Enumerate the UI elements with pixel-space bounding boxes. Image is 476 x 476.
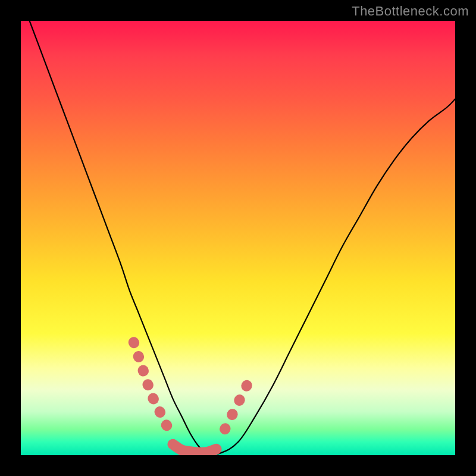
chart-frame: TheBottleneck.com bbox=[0, 0, 476, 476]
curve-svg bbox=[21, 21, 455, 455]
highlight-segment-left bbox=[134, 342, 168, 429]
plot-area bbox=[21, 21, 455, 455]
highlight-segment-right bbox=[225, 377, 251, 430]
highlight-segment-bottom bbox=[173, 444, 217, 453]
attribution-label: TheBottleneck.com bbox=[352, 4, 469, 19]
